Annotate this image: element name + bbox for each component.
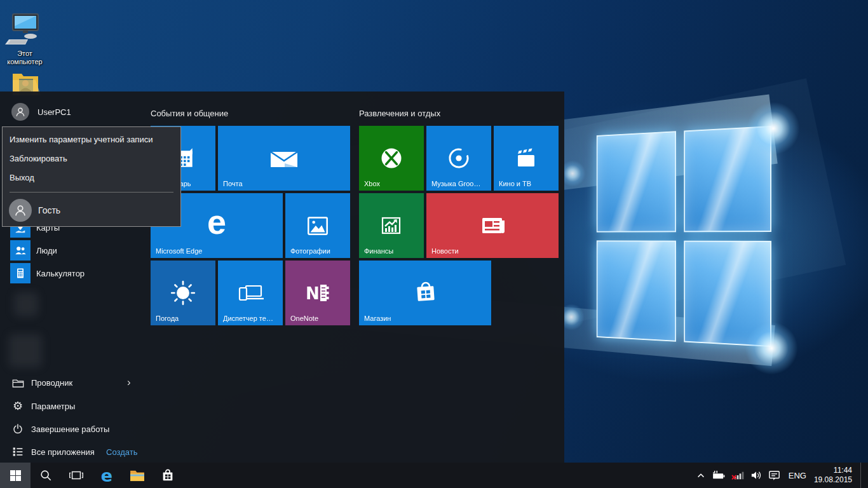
tile-money[interactable]: Финансы [359,193,424,258]
group-title[interactable]: Развлечения и отдых [359,109,559,120]
window-pane [597,131,676,232]
battery-icon[interactable] [712,470,726,480]
tile-group-entertainment: Развлечения и отдых Xbox [359,109,559,325]
store-icon [161,468,175,482]
user-avatar-icon [11,103,29,121]
group-title[interactable]: События и общение [151,109,350,120]
sidebar-item-explorer[interactable]: Проводник [11,374,72,391]
tile-onenote[interactable]: N OneNote [285,261,350,325]
weather-sun-icon [168,278,198,308]
groove-music-icon [445,144,473,172]
volume-icon[interactable] [750,470,763,480]
sidebar-item-label: Все приложения [31,447,95,457]
tile-label: Магазин [364,315,488,322]
ghost-artifact [9,334,42,367]
tile-task-manager[interactable]: Диспетчер те… [218,261,283,325]
tile-groove-music[interactable]: Музыка Groo… [426,126,491,191]
tile-news[interactable]: Новости [426,193,559,258]
sidebar-item-label: Параметры [31,402,75,411]
action-center-icon[interactable] [768,470,781,481]
tile-label: Финансы [364,247,421,255]
people-icon [10,240,31,261]
store-taskbar-button[interactable] [153,463,183,488]
tile-label: Новости [431,247,555,255]
menu-item-guest[interactable]: Гость [3,196,180,224]
news-icon [477,212,508,239]
user-account-button[interactable]: UserPC1 [11,103,71,121]
clock-date: 19.08.2015 [814,475,852,485]
task-view-icon [69,470,83,481]
sidebar-item-people[interactable]: Люди [10,240,57,261]
menu-item-change-account-settings[interactable]: Изменить параметры учетной записи [3,130,180,149]
edge-icon: e [207,205,226,239]
windows-logo-icon [10,470,21,481]
power-icon [11,423,24,435]
finance-icon [377,212,405,240]
tile-photos[interactable]: Фотографии [285,193,350,258]
onenote-icon: N [303,280,332,306]
sidebar-item-all-apps[interactable]: Все приложения [11,444,95,460]
movies-tv-icon [512,145,540,172]
all-apps-icon [11,445,24,458]
tile-mail[interactable]: Почта [218,126,350,191]
start-button[interactable] [0,463,31,488]
tile-label: Почта [223,180,347,187]
sidebar-item-settings[interactable]: ⚙ Параметры [11,398,75,414]
sidebar-item-calculator[interactable]: Калькулятор [10,263,85,283]
file-explorer-button[interactable] [122,463,153,488]
folder-icon [130,469,145,482]
taskbar: e [0,463,868,488]
task-view-button[interactable] [61,463,92,488]
tile-xbox[interactable]: Xbox [359,126,424,191]
sidebar-item-label: Завершение работы [31,424,109,434]
windows-logo-window [597,126,771,347]
chevron-right-icon[interactable]: › [127,374,131,391]
ghost-artifact [14,292,38,316]
mail-icon [268,146,300,171]
light-flare [747,102,800,155]
network-error-icon[interactable] [731,470,744,480]
light-flare [745,322,798,375]
store-icon [410,279,440,307]
desktop-icon-this-pc[interactable]: Этот компьютер [0,11,50,66]
user-name: UserPC1 [37,107,71,117]
sidebar-item-label: Калькулятор [36,269,85,278]
search-icon [39,469,52,482]
tile-weather[interactable]: Погода [151,261,215,325]
edge-icon: e [101,466,112,485]
tile-store[interactable]: Магазин [359,261,491,325]
svg-text:N: N [306,284,320,303]
sidebar-item-power[interactable]: Завершение работы [11,421,109,437]
edge-taskbar-button[interactable]: e [92,463,122,488]
menu-separator [10,192,173,193]
create-link[interactable]: Создать [106,444,137,461]
system-tray: ENG 11:44 19.08.2015 [696,463,868,488]
tile-label: Погода [156,315,212,322]
screen: Этот компьютер UserPC1 [0,0,868,488]
show-desktop-button[interactable] [860,463,864,488]
language-indicator[interactable]: ENG [787,471,808,480]
tile-label: Microsoft Edge [156,247,280,255]
tile-label: Фотографии [290,247,347,255]
taskbar-clock[interactable]: 11:44 19.08.2015 [814,466,855,485]
search-button[interactable] [31,463,61,488]
calculator-icon [10,263,31,283]
menu-item-lock[interactable]: Заблокировать [3,149,180,168]
tile-label: Диспетчер те… [223,315,280,322]
tile-label: Музыка Groo… [431,180,488,187]
devices-icon [236,280,265,306]
photos-icon [304,212,331,239]
account-context-menu: Изменить параметры учетной записи Заблок… [2,126,181,227]
tile-label: OneNote [290,315,347,322]
desktop-icon-label: Этот компьютер [0,50,50,66]
menu-item-sign-out[interactable]: Выход [3,168,180,187]
sidebar-item-label: Проводник [31,378,72,388]
hidden-icons-chevron[interactable] [696,471,706,480]
tile-label: Кино и ТВ [499,180,555,187]
guest-label: Гость [38,205,60,215]
guest-avatar-icon [9,199,32,222]
folder-icon [11,376,24,389]
tile-movies-tv[interactable]: Кино и ТВ [494,126,559,191]
this-pc-icon [0,11,50,48]
gear-icon: ⚙ [11,400,24,412]
